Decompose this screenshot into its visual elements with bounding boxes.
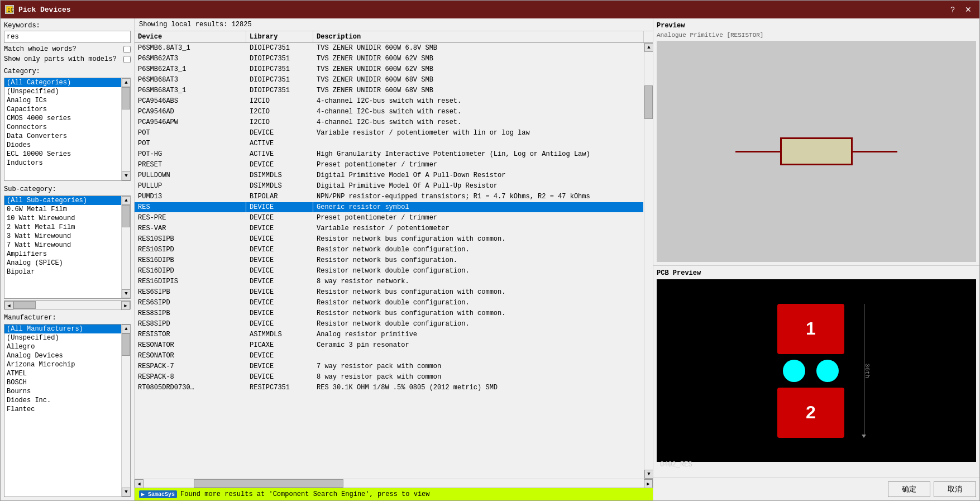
mfr-item-8[interactable]: Diodes Inc. <box>4 396 121 405</box>
table-row[interactable]: POT-HG ACTIVE High Granularity Interacti… <box>135 149 644 160</box>
subcat-hscroll-right[interactable]: ▶ <box>121 301 130 310</box>
category-item-6[interactable]: Data Converters <box>4 132 121 141</box>
mfr-item-1[interactable]: (Unspecified) <box>4 333 121 342</box>
table-row[interactable]: RESISTOR ASIMMDLS Analog resistor primit… <box>135 330 644 340</box>
col-library[interactable]: Library <box>246 31 313 42</box>
table-row[interactable]: RES10SIPD DEVICE Resistor network double… <box>135 245 644 255</box>
samacsys-bar[interactable]: ▶ SamacSys Found more results at 'Compon… <box>135 488 653 500</box>
manufacturer-list[interactable]: (All Manufacturers) (Unspecified) Allegr… <box>4 325 121 497</box>
close-button[interactable]: ✕ <box>962 3 975 16</box>
subcat-item-6[interactable]: Amplifiers <box>4 250 121 259</box>
table-horiz-scroll[interactable]: ◀ ▶ <box>135 479 653 488</box>
mfr-item-9[interactable]: Flantec <box>4 405 121 414</box>
show-only-parts-checkbox[interactable] <box>123 56 131 63</box>
subcat-item-1[interactable]: 0.6W Metal Film <box>4 205 121 214</box>
category-item-2[interactable]: Analog ICs <box>4 96 121 105</box>
mfr-item-3[interactable]: Analog Devices <box>4 351 121 360</box>
mfr-item-6[interactable]: BOSCH <box>4 378 121 387</box>
table-row[interactable]: RT0805DRD0730… RESIPC7351 RES 30.1K OHM … <box>135 383 644 393</box>
cat-scroll-down[interactable]: ▼ <box>122 171 131 180</box>
table-scroll[interactable]: P6SMB6.8AT3_1 DIOIPC7351 TVS ZENER UNIDI… <box>135 43 644 479</box>
subcat-scroll-up[interactable]: ▲ <box>122 196 131 205</box>
table-row[interactable]: RESPACK-8 DEVICE 8 way resistor pack wit… <box>135 372 644 383</box>
table-row[interactable]: PUMD13 BIPOLAR NPN/PNP resistor-equipped… <box>135 192 644 202</box>
table-row[interactable]: RES16DIPIS DEVICE 8 way resistor network… <box>135 276 644 287</box>
pcb-preview-label: PCB Preview <box>657 269 976 277</box>
table-row[interactable]: RES6SIPB DEVICE Resistor network bus con… <box>135 287 644 298</box>
table-row[interactable]: P6SMB68AT3_1 DIOIPC7351 TVS ZENER UNIDIR… <box>135 85 644 96</box>
subcat-hscroll-left[interactable]: ◀ <box>4 301 13 310</box>
subcat-horiz-scroll[interactable]: ◀ ▶ <box>4 300 131 309</box>
subcategory-list[interactable]: (All Sub-categories) 0.6W Metal Film 10 … <box>4 196 121 298</box>
table-row[interactable]: RES8SIPD DEVICE Resistor network double … <box>135 319 644 330</box>
match-whole-words-checkbox[interactable] <box>123 46 131 53</box>
table-row[interactable]: RESONATOR DEVICE <box>135 351 644 361</box>
table-row[interactable]: RESPACK-7 DEVICE 7 way resistor pack wit… <box>135 361 644 372</box>
td-library: DEVICE <box>246 308 313 318</box>
mfr-item-5[interactable]: ATMEL <box>4 369 121 378</box>
category-item-0[interactable]: (All Categories) <box>4 78 121 87</box>
mfr-scroll-up[interactable]: ▲ <box>122 325 131 333</box>
table-hscroll-right[interactable]: ▶ <box>644 479 653 488</box>
table-row[interactable]: P6SMB68AT3 DIOIPC7351 TVS ZENER UNIDIR 6… <box>135 75 644 85</box>
table-row-selected[interactable]: RES DEVICE Generic resistor symbol <box>135 202 644 213</box>
category-item-5[interactable]: Connectors <box>4 123 121 132</box>
table-body-wrapper: P6SMB6.8AT3_1 DIOIPC7351 TVS ZENER UNIDI… <box>135 43 653 479</box>
category-item-3[interactable]: Capacitors <box>4 105 121 114</box>
table-row[interactable]: PULLUP DSIMMDLS Digital Primitive Model … <box>135 181 644 192</box>
table-row[interactable]: PULLDOWN DSIMMDLS Digital Primitive Mode… <box>135 170 644 181</box>
td-device: RES6SIPB <box>135 287 246 297</box>
td-library: RESIPC7351 <box>246 383 313 393</box>
table-scroll-up[interactable]: ▲ <box>644 43 653 52</box>
table-row[interactable]: PCA9546APW I2CIO 4-channel I2C-bus switc… <box>135 117 644 128</box>
category-item-1[interactable]: (Unspecified) <box>4 87 121 96</box>
col-description[interactable]: Description <box>313 31 644 42</box>
table-row[interactable]: P6SMB6.8AT3_1 DIOIPC7351 TVS ZENER UNIDI… <box>135 43 644 54</box>
table-row[interactable]: RES6SIPD DEVICE Resistor network double … <box>135 298 644 308</box>
table-hscroll-left[interactable]: ◀ <box>135 479 144 488</box>
table-row[interactable]: POT DEVICE Variable resistor / potentiom… <box>135 128 644 139</box>
category-item-8[interactable]: ECL 10000 Series <box>4 150 121 159</box>
table-row[interactable]: RESONATOR PICAXE Ceramic 3 pin resonator <box>135 340 644 351</box>
category-list[interactable]: (All Categories) (Unspecified) Analog IC… <box>4 78 121 180</box>
resistor-box <box>780 137 853 165</box>
category-item-7[interactable]: Diodes <box>4 141 121 150</box>
subcat-item-2[interactable]: 10 Watt Wirewound <box>4 214 121 223</box>
col-device[interactable]: Device <box>135 31 246 42</box>
mfr-scroll-down[interactable]: ▼ <box>122 488 131 497</box>
subcat-item-0[interactable]: (All Sub-categories) <box>4 196 121 205</box>
table-row[interactable]: P6SMB62AT3_1 DIOIPC7351 TVS ZENER UNIDIR… <box>135 64 644 75</box>
table-row[interactable]: RES-PRE DEVICE Preset potentiometer / tr… <box>135 213 644 223</box>
ok-button[interactable]: 确定 <box>888 481 930 497</box>
table-row[interactable]: POT ACTIVE <box>135 139 644 149</box>
subcat-item-3[interactable]: 2 Watt Metal Film <box>4 223 121 232</box>
subcat-item-5[interactable]: 7 Watt Wirewound <box>4 241 121 250</box>
mfr-item-0[interactable]: (All Manufacturers) <box>4 325 121 333</box>
category-item-4[interactable]: CMOS 4000 series <box>4 114 121 123</box>
td-desc: TVS ZENER UNIDIR 600W 68V SMB <box>313 85 644 96</box>
table-row[interactable]: RES16DIPB DEVICE Resistor network bus co… <box>135 255 644 266</box>
subcat-item-4[interactable]: 3 Watt Wirewound <box>4 232 121 241</box>
table-row[interactable]: RES8SIPB DEVICE Resistor network bus con… <box>135 308 644 319</box>
table-row[interactable]: PCA9546ABS I2CIO 4-channel I2C-bus switc… <box>135 96 644 107</box>
subcat-item-8[interactable]: Bipolar <box>4 268 121 276</box>
keywords-input[interactable] <box>4 31 131 43</box>
mfr-item-2[interactable]: Allegro <box>4 342 121 351</box>
cat-scroll-up[interactable]: ▲ <box>122 78 131 87</box>
table-row[interactable]: RES-VAR DEVICE Variable resistor / poten… <box>135 223 644 234</box>
subcat-item-7[interactable]: Analog (SPICE) <box>4 259 121 268</box>
cancel-button[interactable]: 取消 <box>934 481 976 497</box>
cat-scroll-thumb <box>122 87 130 109</box>
table-row[interactable]: RES16DIPD DEVICE Resistor network double… <box>135 266 644 276</box>
table-row[interactable]: RES10SIPB DEVICE Resistor network bus co… <box>135 234 644 245</box>
mfr-item-7[interactable]: Bourns <box>4 387 121 396</box>
table-row[interactable]: P6SMB62AT3 DIOIPC7351 TVS ZENER UNIDIR 6… <box>135 54 644 64</box>
help-button[interactable]: ? <box>946 3 959 16</box>
subcat-scroll-down[interactable]: ▼ <box>122 289 131 298</box>
mfr-item-4[interactable]: Arizona Microchip <box>4 360 121 369</box>
table-row[interactable]: PRESET DEVICE Preset potentiometer / tri… <box>135 160 644 170</box>
category-item-9[interactable]: Inductors <box>4 159 121 168</box>
table-row[interactable]: PCA9546AD I2CIO 4-channel I2C-bus switch… <box>135 107 644 117</box>
table-scroll-down[interactable]: ▼ <box>644 470 653 479</box>
subcat-hscroll-track <box>13 301 121 309</box>
